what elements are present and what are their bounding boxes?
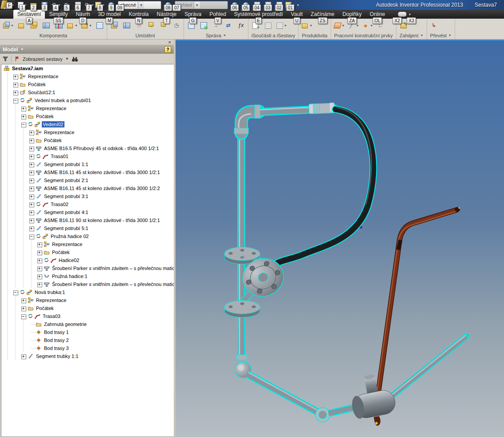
binoculars-icon[interactable]: [72, 56, 78, 62]
tab-vault[interactable]: VaultU: [287, 10, 307, 19]
tree-item[interactable]: ASME B16.5 Přírubový 45 st odskok - tříd…: [1, 144, 174, 152]
iassembly-author-button[interactable]: ▼: [275, 20, 288, 31]
tree-expander-plus[interactable]: [29, 195, 34, 199]
print-button[interactable]: 6: [72, 0, 83, 9]
tab-začínáme[interactable]: ZačínámeZS: [307, 10, 338, 19]
appearance-combo[interactable]: Vzhled▼07: [175, 1, 228, 9]
close-icon[interactable]: ×: [168, 40, 172, 44]
tree-item[interactable]: Počátek: [1, 80, 174, 88]
tab-simplify[interactable]: SimplifySS: [45, 10, 72, 19]
select-filter-button[interactable]: ▼8: [95, 0, 105, 9]
tree-expander-plus[interactable]: [13, 75, 18, 79]
appearance-doc-2-button[interactable]: 03: [263, 0, 273, 9]
bom-structure-button[interactable]: [94, 20, 105, 31]
tree-expander-plus[interactable]: [29, 147, 34, 151]
tree-item[interactable]: ASME B16.11 90 st koleno závitové - tříd…: [1, 216, 174, 224]
local-update-button[interactable]: ⟳▼7: [84, 0, 94, 9]
qat-overflow-icon[interactable]: ▼: [296, 4, 300, 7]
chevron-down-icon[interactable]: ▼: [194, 2, 200, 8]
viewport-3d[interactable]: [176, 40, 504, 437]
tab-kontrola[interactable]: KontrolaN: [125, 10, 153, 19]
tree-item[interactable]: Segment potrubí 4:1: [1, 208, 174, 216]
tree-item[interactable]: Reprezentace: [1, 128, 174, 136]
tree-item[interactable]: Segment potrubí 1:1: [1, 160, 174, 168]
joint-button[interactable]: [121, 20, 132, 31]
tree-item[interactable]: Počátek: [1, 248, 174, 256]
material-sphere-button[interactable]: 9: [106, 0, 116, 9]
tree-expander-plus[interactable]: [13, 91, 18, 95]
tab-systémové-prostředí[interactable]: Systémové prostředíE: [230, 10, 287, 19]
tab-3d-model[interactable]: 3D modelM: [94, 10, 124, 19]
tree-item[interactable]: Šroubení Parker s vnitřním závitem – s p…: [1, 264, 174, 272]
update-button[interactable]: [198, 20, 209, 31]
tab-nástroje[interactable]: NástrojeT: [152, 10, 180, 19]
tree-expander-plus[interactable]: [29, 211, 34, 215]
clear-appearance-sphere-button[interactable]: 05: [240, 0, 251, 9]
derive-button[interactable]: ⇄: [223, 20, 234, 31]
tree-item[interactable]: Segment potrubí 3:1: [1, 192, 174, 200]
application-menu-button[interactable]: ▼ F PRO: [0, 0, 15, 10]
tree-expander-plus[interactable]: [29, 155, 34, 159]
undo-button[interactable]: ↶▼4: [50, 0, 61, 9]
itable-button[interactable]: [262, 20, 274, 31]
appearance-doc-1-button[interactable]: 04: [252, 0, 262, 9]
tree-item[interactable]: Součást12:1: [1, 88, 174, 96]
tree-expander-plus[interactable]: [21, 354, 26, 359]
tree-expander-minus[interactable]: [21, 314, 26, 319]
ribbon-group-label[interactable]: Převést▼: [428, 32, 453, 39]
tree-item[interactable]: Zahrnutá geometrie: [1, 320, 174, 328]
tree-item[interactable]: Reprezentace: [1, 72, 174, 80]
tree-expander-minus[interactable]: [29, 234, 34, 239]
help-icon[interactable]: ?: [164, 46, 171, 53]
tree-item[interactable]: Bod trasy 1: [1, 328, 174, 336]
tree-item[interactable]: Sestava7.iam: [1, 64, 174, 72]
tree-item[interactable]: Pružná hadice:1: [1, 272, 174, 280]
tree-expander-plus[interactable]: [37, 266, 42, 271]
tree-item[interactable]: Počátek: [1, 112, 174, 120]
new-file-button[interactable]: ▼1: [17, 0, 28, 9]
tree-expander-plus[interactable]: [29, 179, 34, 183]
tree-item[interactable]: Segment potrubí 5:1: [1, 224, 174, 232]
appearance-edit-button[interactable]: ▼01: [285, 0, 296, 9]
tree-item[interactable]: Pružná hadice 02: [1, 232, 174, 240]
ribbon-display-options-button[interactable]: ▼X2X3: [395, 10, 414, 19]
tree-expander-plus[interactable]: [37, 282, 42, 287]
tree-item[interactable]: Trasa02: [1, 200, 174, 208]
tree-expander-plus[interactable]: [29, 218, 34, 223]
tree-item[interactable]: Vedení02: [1, 120, 174, 128]
material-combo[interactable]: obecné▼09: [118, 1, 161, 9]
tree-expander-plus[interactable]: [37, 250, 42, 255]
tree-item[interactable]: Nová trubka:1: [1, 288, 174, 296]
tree-expander-plus[interactable]: [29, 139, 34, 143]
tab-online[interactable]: OnlineOL: [366, 10, 389, 19]
tree-expander-plus[interactable]: [21, 107, 26, 111]
chevron-down-icon[interactable]: ▼: [65, 57, 69, 61]
tree-expander-plus[interactable]: [37, 242, 42, 247]
appearance-sphere-button[interactable]: 08: [163, 0, 173, 9]
tree-item[interactable]: Šroubení Parker s vnitřním závitem – s p…: [1, 280, 174, 288]
create-component-button[interactable]: [16, 20, 27, 31]
tab-pohled[interactable]: PohledV: [205, 10, 230, 19]
copy-component-button[interactable]: [40, 20, 52, 31]
work-plane-button[interactable]: ▼: [332, 20, 346, 31]
chevron-down-icon[interactable]: ▼: [138, 2, 144, 8]
filter-funnel-icon[interactable]: [2, 56, 8, 62]
tree-item[interactable]: Trasa01: [1, 152, 174, 160]
tree-expander-plus[interactable]: [37, 274, 42, 279]
tree-item[interactable]: Hadice02: [1, 256, 174, 264]
tree-item[interactable]: Vedení trubek a potrubí01: [1, 96, 174, 104]
clock-constraint-button[interactable]: ◷: [171, 20, 182, 31]
place-component-button[interactable]: ▼: [1, 20, 15, 31]
tree-item[interactable]: Reprezentace: [1, 296, 174, 304]
tree-expander-plus[interactable]: [29, 187, 34, 191]
tree-expander-minus[interactable]: [13, 290, 18, 295]
tree-item[interactable]: Počátek: [1, 136, 174, 144]
tab-správa[interactable]: SprávaG: [180, 10, 205, 19]
productivity-tools-button[interactable]: ▼: [300, 20, 313, 31]
convert-to-weldment-button[interactable]: ↳: [428, 20, 440, 31]
tree-expander-plus[interactable]: [29, 203, 34, 207]
tree-item[interactable]: Bod trasy 3: [1, 344, 174, 352]
tree-item[interactable]: Trasa03: [1, 312, 174, 320]
browser-header[interactable]: Model ▼ ?: [0, 45, 174, 54]
work-point-button[interactable]: ◆▼: [361, 20, 374, 31]
